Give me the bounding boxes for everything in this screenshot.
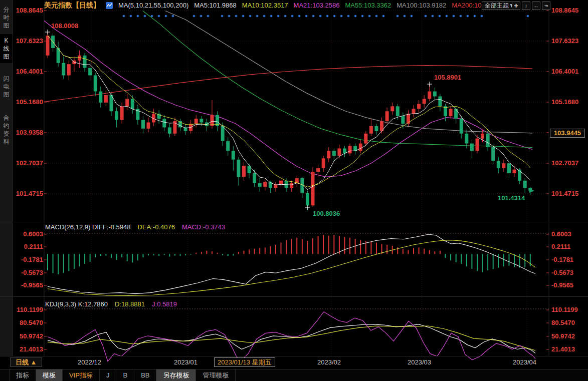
event-dot[interactable]	[123, 15, 125, 18]
axis-label: 21.4013	[551, 345, 586, 353]
sidebar-item-flash-chart[interactable]: 闪电图	[0, 72, 13, 101]
event-dot[interactable]	[467, 15, 469, 18]
event-dot[interactable]	[474, 15, 476, 18]
event-dot[interactable]	[340, 15, 343, 18]
event-dot[interactable]	[319, 15, 322, 18]
event-dot[interactable]	[249, 15, 252, 18]
ma-overlay-MA100	[165, 11, 532, 133]
line-chart-icon	[106, 2, 113, 9]
shift-right-icon[interactable]: ↠	[542, 2, 550, 10]
axis-label: 106.4001	[551, 68, 586, 75]
ma-overlay-MA55	[143, 11, 532, 148]
event-dot[interactable]	[130, 15, 132, 18]
event-dot[interactable]	[354, 15, 357, 18]
axis-label: 102.7037	[551, 159, 586, 167]
axis-label: -0.5673	[11, 269, 43, 276]
axis-label: 110.1199	[11, 306, 43, 313]
ma21-value: MA21:103.2586	[294, 2, 340, 9]
symbol-title: 美元指数【日线】	[44, 1, 100, 10]
event-dot[interactable]	[446, 15, 448, 18]
event-dot[interactable]	[481, 15, 483, 18]
event-dot[interactable]	[312, 15, 315, 18]
scale-vertical-icon[interactable]: ↕	[522, 2, 530, 10]
axis-label: -0.9565	[11, 281, 43, 289]
event-dot[interactable]	[235, 15, 238, 18]
event-dot[interactable]	[172, 15, 174, 18]
tab-templates[interactable]: 模板	[36, 369, 63, 381]
ma-params-label: MA(5,10,21,55,100,200)	[118, 2, 188, 9]
kdj-j-line	[48, 312, 535, 361]
tab-indicators[interactable]: 指标	[9, 369, 36, 381]
axis-label: 0.2111	[551, 243, 586, 250]
period-selector[interactable]: 日线 ▲	[10, 357, 42, 367]
ma-line-5	[48, 36, 530, 190]
tab-save-template[interactable]: 另存模板	[156, 369, 196, 381]
event-dot[interactable]	[527, 15, 529, 18]
event-dot[interactable]	[291, 15, 294, 18]
event-dot[interactable]	[425, 15, 427, 18]
tab-b[interactable]: B	[116, 369, 134, 381]
event-dot[interactable]	[333, 15, 336, 18]
event-dot[interactable]	[165, 15, 167, 18]
axis-label: 50.9742	[551, 332, 586, 340]
event-dot[interactable]	[242, 15, 245, 18]
axis-label: 108.8645	[551, 7, 586, 14]
event-dot[interactable]	[137, 15, 139, 18]
macd-panel-divider	[0, 222, 588, 222]
event-dot[interactable]	[361, 15, 364, 18]
sidebar-item-label: 分时图	[3, 6, 10, 30]
event-dot[interactable]	[193, 15, 195, 18]
left-sidebar: 分时图 K线图 闪电图 合约资料	[0, 0, 13, 356]
current-price-badge: 103.9445	[550, 129, 585, 138]
event-dot[interactable]	[432, 15, 434, 18]
event-dot[interactable]	[460, 15, 462, 18]
event-dot[interactable]	[270, 15, 273, 18]
event-dot[interactable]	[411, 15, 413, 18]
event-dot[interactable]	[158, 15, 160, 18]
event-dot[interactable]	[151, 15, 153, 18]
tab-manage-templates[interactable]: 管理模板	[196, 369, 236, 381]
event-dot[interactable]	[144, 15, 146, 18]
event-dot[interactable]	[375, 15, 378, 18]
kdj-panel-divider	[0, 296, 588, 297]
kdj-d-value: D:18.8881	[115, 300, 145, 308]
event-dot[interactable]	[284, 15, 287, 18]
event-dot[interactable]	[305, 15, 308, 18]
event-dot[interactable]	[200, 15, 203, 18]
axis-label: 102.7037	[11, 159, 43, 167]
event-dot[interactable]	[453, 15, 455, 18]
event-dot[interactable]	[382, 15, 385, 18]
axis-label: 21.4013	[11, 345, 43, 353]
scale-horizontal-icon[interactable]: ↔	[532, 2, 540, 10]
price-annotation: 100.8036	[313, 210, 340, 217]
axis-label: 101.4715	[551, 190, 586, 197]
axis-label: 105.1680	[551, 98, 586, 106]
event-dot[interactable]	[347, 15, 350, 18]
event-dot[interactable]	[326, 15, 329, 18]
axis-label: -0.9565	[551, 281, 586, 289]
event-dot[interactable]	[277, 15, 280, 18]
bottom-toolbar: 指标 模板 VIP指标 J B BB 另存模板 管理模板	[0, 369, 588, 381]
tab-bb[interactable]: BB	[134, 369, 156, 381]
event-dot[interactable]	[298, 15, 301, 18]
tab-j[interactable]: J	[100, 369, 117, 381]
event-dot[interactable]	[207, 15, 210, 18]
chart-plot-area[interactable]	[0, 0, 588, 381]
event-dot[interactable]	[439, 15, 441, 18]
event-dot[interactable]	[368, 15, 371, 18]
date-axis-label: 2022/12	[78, 358, 101, 366]
price-annotation: 101.4314	[498, 194, 525, 202]
event-dot[interactable]	[228, 15, 231, 18]
axis-label: -0.1781	[551, 256, 586, 263]
macd-panel-header: MACD(26,12,9) DIFF:-0.5948 DEA:-0.4076 M…	[45, 223, 225, 231]
axis-label: 107.6323	[551, 37, 586, 45]
event-dot[interactable]	[221, 15, 224, 18]
event-dot[interactable]	[263, 15, 266, 18]
tab-vip-indicators[interactable]: VIP指标	[63, 369, 100, 381]
pan-icon[interactable]: ✚	[512, 2, 520, 10]
macd-dea-value: DEA:-0.4076	[138, 223, 175, 231]
ma-overlay-MA21	[44, 21, 532, 177]
event-dot[interactable]	[404, 15, 406, 18]
event-dot[interactable]	[256, 15, 259, 18]
event-dot[interactable]	[397, 15, 399, 18]
